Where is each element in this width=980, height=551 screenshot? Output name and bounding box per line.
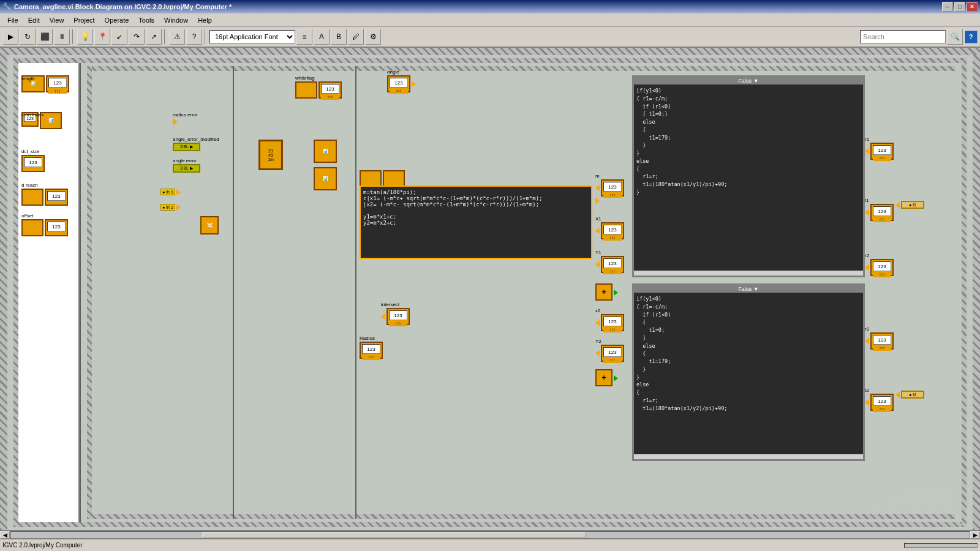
font-select[interactable]: 16pt Application Font	[209, 30, 295, 43]
t1-indicator-ctrl[interactable]: ● t1	[901, 201, 924, 209]
retain-wire-values-button[interactable]: 📍	[94, 29, 110, 45]
subvi-node-2[interactable]: 📊	[314, 167, 337, 190]
run-button[interactable]: ▶	[2, 29, 18, 45]
left-hatch-border	[0, 55, 7, 530]
block-diagram-area[interactable]: whiteflag 123 ↕↕↕ radius error	[81, 63, 962, 522]
inner-top-hatch	[13, 58, 967, 63]
offset-subvi[interactable]	[21, 219, 43, 236]
length-control-group: 📊 123 ↕↕↕ length	[21, 75, 45, 115]
ni-watermark: NATIONAL INSTRUMENTS LabVIEW Evaluation …	[859, 485, 949, 516]
length-num-block[interactable]: 123 ↕↕↕	[46, 75, 69, 92]
status-progress	[904, 543, 978, 548]
abort-button[interactable]: ⬛	[37, 29, 53, 45]
r2-top-num-block[interactable]: 123 ↕↕↕	[870, 259, 894, 276]
pause-button[interactable]: ⏸	[54, 29, 70, 45]
horizontal-scrollbar[interactable]: ◀ ▶	[0, 530, 980, 539]
r2-num-block[interactable]: 123 ↕↕↕	[870, 332, 894, 350]
case-struct-2-header[interactable]: False ▼	[634, 285, 863, 293]
merge-node[interactable]: 🔀	[200, 216, 219, 234]
search-icon[interactable]: 🔍	[947, 29, 963, 45]
t2-group: t2 123 ↕↕↕	[865, 388, 894, 411]
y2-arrow-in	[595, 350, 600, 356]
subvi-pair-2[interactable]	[383, 170, 405, 187]
t2-num-block[interactable]: 123 ↕↕↕	[870, 394, 894, 411]
menu-project[interactable]: Project	[69, 15, 99, 25]
case-struct-1-header[interactable]: False ▼	[634, 77, 863, 84]
scroll-left-button[interactable]: ◀	[0, 531, 10, 539]
text-color-button[interactable]: 🖊	[348, 29, 364, 45]
toolbar: ▶ ↻ ⬛ ⏸ 💡 📍 ↙ ↷ ↗ ⚠ ? 16pt Application F…	[0, 27, 980, 48]
case-struct-1-header-text: False ▼	[738, 78, 758, 84]
t2-indicator-arrow	[895, 392, 900, 398]
close-button[interactable]: ✕	[967, 2, 978, 12]
maximize-button[interactable]: □	[954, 2, 965, 12]
d-reach-subvi[interactable]	[21, 189, 43, 206]
angle-error-modified-ctrl[interactable]: DBL ▶	[173, 143, 200, 151]
t2-indicator-ctrl[interactable]: ● t2	[901, 391, 924, 399]
highlight-button[interactable]: 💡	[77, 29, 93, 45]
x1-num-block[interactable]: 123 ↕↕↕	[601, 222, 624, 239]
t2-arrow-in	[865, 399, 869, 405]
diagram-canvas[interactable]: 📊 123 ↕↕↕ length 123 📊 ca	[0, 55, 980, 530]
minimize-button[interactable]: ─	[942, 2, 953, 12]
menu-file[interactable]: File	[2, 15, 23, 25]
y2-num-block[interactable]: 123 ↕↕↕	[601, 345, 624, 362]
subvi-node-1[interactable]: 📊	[314, 140, 337, 163]
extra-btn[interactable]: ⚙	[365, 29, 381, 45]
warn-button[interactable]: ⚠	[169, 29, 185, 45]
text-size-button[interactable]: A	[314, 29, 330, 45]
x2-num-block[interactable]: 123 ↕↕↕	[601, 314, 624, 331]
menu-view[interactable]: View	[45, 15, 69, 25]
radius-num-block[interactable]: 123 ↕↕↕	[360, 342, 383, 359]
menu-tools[interactable]: Tools	[134, 15, 159, 25]
inner-left-hatch	[13, 58, 18, 527]
whiteflag-subvi[interactable]	[295, 81, 317, 99]
run-continuously-button[interactable]: ↻	[20, 29, 36, 45]
step-over-button[interactable]: ↷	[129, 29, 145, 45]
x1-label: X1	[595, 216, 624, 222]
m-num-block[interactable]: 123 ↕↕↕	[601, 179, 624, 197]
radius-label: Radius	[360, 335, 383, 341]
window-title: Camera_avgline.vi Block Diagram on IGVC …	[14, 3, 232, 10]
d-reach-num-block[interactable]: 123	[45, 189, 68, 206]
angle-num-block[interactable]: 123 ↕↕↕	[387, 75, 410, 92]
formula-line-6: y2=m*x2+c;	[363, 220, 589, 226]
help-button[interactable]: ?	[964, 30, 978, 43]
menu-operate[interactable]: Operate	[100, 15, 134, 25]
y1-num-block[interactable]: 123 ↕↕↕	[601, 256, 624, 273]
offset-num-block[interactable]: 123	[45, 219, 68, 236]
m-group: m 123 ↕↕↕	[595, 173, 624, 204]
step-into-button[interactable]: ↙	[111, 29, 127, 45]
scroll-right-button[interactable]: ▶	[970, 531, 980, 539]
intersect-num-block[interactable]: 123 ↕↕↕	[386, 308, 410, 325]
context-help-button[interactable]: ?	[186, 29, 202, 45]
t1-num-block[interactable]: 123 ↕↕↕	[870, 204, 894, 221]
cluster-node-1[interactable]: 23451m	[258, 140, 283, 170]
case-struct-1[interactable]: False ▼ if(y1<0) { r1=-c/m; if (r1<0) { …	[632, 75, 865, 277]
add-node[interactable]: +	[595, 283, 612, 301]
r1-num-block[interactable]: 123 ↕↕↕	[870, 143, 894, 160]
step-out-button[interactable]: ↗	[146, 29, 162, 45]
add-out-arrow-2	[614, 375, 618, 381]
intersect-arrow-in	[381, 313, 385, 320]
menu-window[interactable]: Window	[159, 15, 193, 25]
menu-help[interactable]: Help	[193, 15, 217, 25]
toolbar-separator-2	[164, 29, 167, 44]
text-align-button[interactable]: ≡	[296, 29, 312, 45]
scrollbar-thumb[interactable]	[202, 532, 586, 538]
th1-ctrl[interactable]: ● th 1	[160, 189, 175, 195]
dct-size-num-block[interactable]: 123	[21, 155, 45, 172]
left-panel: 📊 123 ↕↕↕ length 123 📊 ca	[18, 63, 80, 522]
formula-node[interactable]: m=tan(a/180*pi); c|x1= (-m*c+ sqrt(m*m*c…	[360, 186, 592, 259]
search-input[interactable]	[860, 30, 946, 43]
text-style-button[interactable]: B	[331, 29, 347, 45]
scrollbar-track[interactable]	[10, 531, 970, 539]
top-hatch-border	[0, 48, 980, 55]
subvi-pair-1[interactable]	[360, 170, 382, 187]
add-node-2[interactable]: +	[595, 369, 612, 386]
menu-edit[interactable]: Edit	[23, 15, 45, 25]
case-struct-2[interactable]: False ▼ if(y1<0) { r1=-c/m; if (r1<0) { …	[632, 283, 865, 461]
whiteflag-num-block[interactable]: 123 ↕↕↕	[318, 81, 342, 99]
angle-error-ctrl[interactable]: DBL ▶	[173, 164, 200, 173]
th2-ctrl[interactable]: ● th 2	[160, 204, 175, 211]
